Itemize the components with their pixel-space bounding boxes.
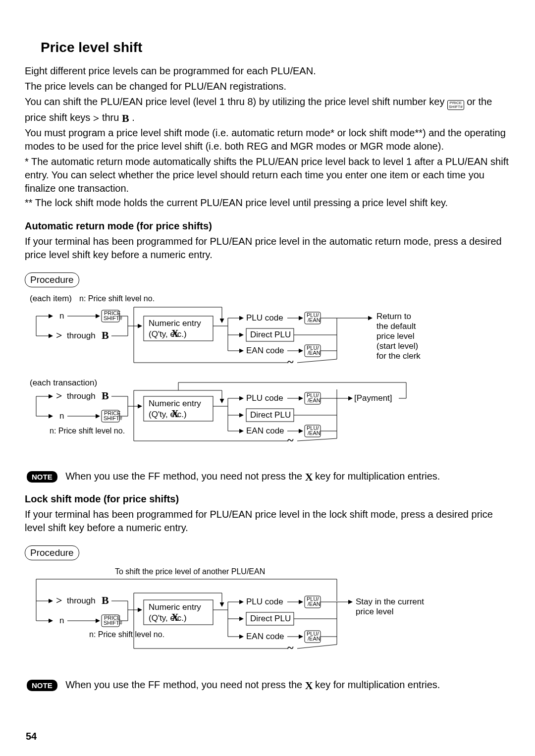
note-badge: NOTE	[27, 471, 57, 483]
through-1b: through	[67, 391, 96, 401]
n-letter-3: n	[59, 616, 64, 625]
star-1b: The automatic return mode automatically …	[25, 156, 509, 194]
star-1a: *	[25, 156, 31, 167]
diagram-lock-mode: To shift the price level of another PLU/…	[25, 565, 510, 669]
direct-plu-1b: Direct PLU	[250, 410, 291, 420]
x-glyph-1b: X	[171, 408, 179, 419]
return-line1: Return to	[376, 312, 411, 321]
x-glyph-2: X	[171, 612, 179, 623]
return-line3: price level	[376, 331, 415, 341]
numeric-entry-1a: Numeric entry	[149, 319, 201, 328]
key-bot: SHIFT#	[449, 105, 463, 109]
note-text-b2: key for multiplication entries.	[315, 679, 440, 690]
numeric-entry-1b: Numeric entry	[149, 399, 201, 408]
plu-code-1b: PLU code	[246, 393, 283, 403]
payment-label: [Payment]	[354, 393, 392, 403]
diagram-auto-mode: (each item) n: Price shift level no. n P…	[25, 292, 510, 461]
x-key-icon-2: X	[305, 679, 313, 692]
ean-code-1b: EAN code	[246, 426, 284, 435]
b-glyph-1a: B	[102, 329, 109, 341]
stay-line2: price level	[356, 607, 394, 616]
svg-line-63	[297, 438, 337, 441]
note-row-2: NOTE When you use the FF method, you nee…	[27, 678, 510, 691]
intro-3d: .	[132, 112, 135, 123]
gt-glyph-2: >	[56, 594, 62, 606]
return-line4: (start level)	[376, 341, 418, 351]
svg-rect-33	[374, 309, 376, 365]
x-key-icon: X	[305, 471, 313, 483]
note-badge: NOTE	[27, 680, 57, 691]
b-glyph-2: B	[102, 594, 109, 606]
qty-etc-1b: (Q'ty, etc.)	[149, 410, 187, 419]
plu-code-2: PLU code	[246, 597, 283, 606]
each-item-label: (each item)	[30, 294, 72, 303]
page-title: Price level shift	[41, 40, 510, 55]
plu-ean-bot-1c: /EAN	[308, 397, 321, 403]
intro-line-3: You can shift the PLU/EAN price level (l…	[25, 95, 510, 124]
n-letter-2: n	[59, 411, 64, 421]
svg-line-31	[297, 359, 337, 363]
direct-plu-2: Direct PLU	[250, 614, 291, 623]
n-caption-2: n: Price shift level no.	[89, 630, 164, 639]
lock-body: If your terminal has been programmed for…	[25, 508, 510, 535]
plu-ean-bot-2b: /EAN	[308, 636, 321, 642]
each-transaction-label: (each transaction)	[30, 378, 97, 387]
b-glyph-1b: B	[102, 389, 109, 402]
through-1a: through	[67, 331, 96, 340]
tilde-1a: ~	[287, 355, 294, 368]
plu-ean-bot-1d: /EAN	[308, 430, 321, 436]
auto-body: If your terminal has been programmed for…	[25, 235, 510, 262]
intro-line-4: You must program a price level shift mod…	[25, 126, 510, 153]
tilde-1b: ~	[287, 433, 294, 446]
price-shift-key-icon: PRICE SHIFT#	[447, 100, 464, 110]
through-2: through	[67, 596, 96, 605]
note-text-b: key for multiplication entries.	[315, 471, 440, 482]
plu-ean-bot-2a: /EAN	[308, 601, 321, 607]
gt-glyph-1a: >	[56, 329, 62, 341]
x-glyph-1a: X	[171, 328, 179, 339]
direct-plu-1a: Direct PLU	[250, 330, 291, 339]
gt-glyph-1b: >	[56, 389, 62, 402]
ean-code-2: EAN code	[246, 632, 284, 641]
intro-3c: thru	[102, 112, 122, 123]
procedure-label-2: Procedure	[25, 545, 79, 560]
n-caption-bottom: n: Price shift level no.	[50, 427, 125, 435]
n-caption-top: n: Price shift level no.	[79, 294, 155, 303]
shift-caption: To shift the price level of another PLU/…	[115, 567, 265, 576]
return-line5: for the clerk	[376, 351, 421, 361]
intro-3a: You can shift the PLU/EAN price level (l…	[25, 96, 447, 107]
qty-etc-1a: (Q'ty, etc.)	[149, 329, 187, 339]
b-key-icon: B	[122, 112, 129, 124]
qty-etc-2: (Q'ty, etc.)	[149, 613, 187, 623]
tilde-2: ~	[287, 641, 294, 654]
page-number: 54	[26, 731, 37, 742]
intro-line-2: The price levels can be changed for PLU/…	[25, 80, 510, 93]
note-text-a: When you use the FF method, you need not…	[65, 471, 305, 482]
ean-code-1a: EAN code	[246, 346, 284, 355]
plu-ean-bot-1a: /EAN	[308, 317, 321, 323]
note-text-a2: When you use the FF method, you need not…	[65, 679, 305, 690]
plu-code-1a: PLU code	[246, 313, 283, 323]
svg-line-101	[297, 645, 337, 648]
plu-ean-bot-1b: /EAN	[308, 350, 321, 356]
auto-heading: Automatic return mode (for price shifts)	[25, 220, 510, 232]
footnote-1: * The automatic return mode automaticall…	[25, 155, 510, 195]
procedure-label-1: Procedure	[25, 272, 79, 287]
n-letter-1: n	[59, 311, 64, 321]
lock-heading: Lock shift mode (for price shifts)	[25, 493, 510, 505]
stay-line1: Stay in the current	[356, 597, 424, 606]
numeric-entry-2: Numeric entry	[149, 602, 201, 612]
return-line2: the default	[376, 322, 416, 331]
footnote-2: ** The lock shift mode holds the current…	[25, 196, 510, 210]
gt-key-icon: >	[93, 112, 100, 124]
intro-line-1: Eight different price levels can be prog…	[25, 64, 510, 78]
note-row-1: NOTE When you use the FF method, you nee…	[27, 470, 510, 483]
